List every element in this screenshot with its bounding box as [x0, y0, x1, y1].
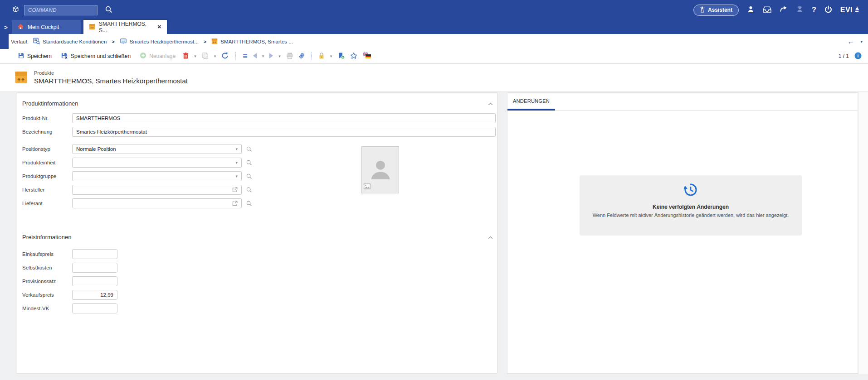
package-icon: [89, 23, 95, 31]
field-row-verkaufspreis: Verkaufspreis 12,99: [22, 290, 497, 300]
field-row-produkteinheit: Produkteinheit ▾: [22, 158, 497, 168]
breadcrumb-item-search[interactable]: Standardsuche Konditionen: [33, 38, 107, 45]
redo-icon[interactable]: [780, 6, 788, 14]
permissions-menu-caret-icon[interactable]: ▾: [328, 54, 335, 58]
new-record-button: Neuanlage: [136, 50, 180, 62]
star-icon: [350, 52, 357, 60]
duplicate-menu-caret-icon[interactable]: ▾: [212, 54, 219, 58]
back-icon[interactable]: ←: [847, 38, 854, 45]
section-produktinformationen: Produktinformationen: [22, 100, 493, 107]
provisionssatz-input[interactable]: [72, 276, 117, 286]
bezeichnung-input[interactable]: Smartes Heizkörperthermostat: [72, 127, 496, 137]
search-icon[interactable]: [105, 5, 112, 15]
power-icon[interactable]: [824, 5, 832, 15]
lighthouse-icon: [700, 6, 705, 14]
language-button[interactable]: [361, 51, 373, 62]
save-and-close-button[interactable]: Speichern und schließen: [57, 50, 135, 63]
tab-label: SMARTTHERMOS, S...: [99, 21, 154, 34]
chevron-down-icon[interactable]: ▾: [235, 160, 238, 165]
save-button[interactable]: Speichern: [14, 50, 56, 62]
chevron-down-icon[interactable]: ▾: [235, 147, 238, 151]
tab-divider: [507, 110, 858, 111]
close-icon[interactable]: ✕: [157, 24, 161, 30]
inbox-icon[interactable]: [763, 6, 771, 14]
open-record-icon[interactable]: [232, 187, 238, 192]
refresh-button[interactable]: [219, 50, 231, 63]
support-agent-icon[interactable]: [796, 5, 804, 15]
field-label: Selbstkosten: [22, 265, 72, 270]
tab-mein-cockpit[interactable]: Mein Cockpit: [12, 20, 81, 34]
changes-panel: ÄNDERUNGEN Keine verfolgten Änderungen W…: [507, 92, 858, 374]
refresh-icon: [221, 52, 229, 61]
expand-nav-icon[interactable]: >: [0, 24, 12, 34]
produktgruppe-select[interactable]: ▾: [72, 171, 242, 181]
command-input[interactable]: COMMAND: [24, 5, 98, 15]
hersteller-input[interactable]: [72, 185, 242, 195]
delete-button[interactable]: [180, 50, 191, 62]
add-bookmark-button[interactable]: [335, 50, 347, 63]
record-list-icon: [120, 38, 127, 45]
paperclip-icon: [297, 51, 306, 61]
save-close-icon: [61, 52, 68, 61]
collapse-section-icon[interactable]: [488, 100, 493, 107]
positionstyp-select[interactable]: Normale Position ▾: [72, 144, 242, 154]
home-icon: [17, 24, 24, 31]
user-icon[interactable]: [747, 5, 755, 15]
produktgruppe-lookup-icon[interactable]: [246, 173, 252, 179]
einkaufspreis-input[interactable]: [72, 249, 117, 259]
breadcrumb-label: Standardsuche Konditionen: [43, 39, 107, 44]
assistant-button[interactable]: Assistent: [693, 5, 739, 16]
pager-label: 1 / 1: [839, 53, 849, 59]
help-icon[interactable]: ?: [812, 6, 816, 14]
produkteinheit-lookup-icon[interactable]: [246, 159, 252, 166]
favorite-button[interactable]: [348, 50, 360, 62]
field-row-lieferant: Lieferant: [22, 198, 497, 208]
field-row-hersteller: Hersteller: [22, 185, 497, 195]
breadcrumb-label: Smartes Heizköperthermost...: [130, 39, 199, 44]
next-menu-caret-icon[interactable]: ▾: [276, 54, 283, 58]
selbstkosten-input[interactable]: [72, 263, 117, 273]
section-title: Produktinformationen: [22, 100, 78, 107]
previous-menu-caret-icon[interactable]: ▾: [260, 54, 267, 58]
mindest-vk-input[interactable]: [72, 303, 117, 313]
chevron-down-icon[interactable]: ▾: [235, 174, 238, 178]
breadcrumb-item-list[interactable]: Smartes Heizköperthermost...: [120, 38, 199, 45]
chevron-right-icon: >: [204, 39, 206, 44]
arrow-right-icon: [269, 53, 273, 60]
positionstyp-lookup-icon[interactable]: [246, 146, 252, 152]
collapse-section-icon[interactable]: [488, 234, 493, 241]
field-label: Hersteller: [22, 187, 72, 192]
changes-empty-state: Keine verfolgten Änderungen Wenn Feldwer…: [580, 175, 802, 236]
produkt-nr-input[interactable]: SMARTTHERMOS: [72, 113, 496, 123]
verkaufspreis-input[interactable]: 12,99: [72, 290, 117, 300]
hersteller-lookup-icon[interactable]: [246, 187, 252, 193]
list-view-button[interactable]: ≡: [240, 50, 250, 62]
empty-state-title: Keine verfolgten Änderungen: [580, 204, 802, 210]
product-photo-placeholder[interactable]: [361, 146, 399, 193]
attachment-button[interactable]: [297, 50, 307, 63]
save-icon: [18, 52, 24, 60]
tab-product-record[interactable]: SMARTTHERMOS, S... ✕: [83, 20, 167, 34]
open-record-icon[interactable]: [232, 201, 238, 206]
lieferant-lookup-icon[interactable]: [246, 200, 252, 207]
info-icon[interactable]: [854, 52, 862, 61]
breadcrumb-item-product[interactable]: SMARTTHERMOS, Smartes ...: [211, 38, 293, 45]
field-row-mindest-vk: Mindest-VK: [22, 303, 497, 313]
package-icon: [211, 38, 218, 45]
toolbar-separator: [311, 52, 312, 60]
chevron-right-icon: >: [112, 39, 114, 44]
permissions-button[interactable]: [316, 50, 327, 63]
produkteinheit-select[interactable]: ▾: [72, 158, 242, 168]
delete-menu-caret-icon[interactable]: ▾: [192, 54, 199, 58]
history-caret-icon[interactable]: ▾: [860, 39, 863, 44]
tab-aenderungen[interactable]: ÄNDERUNGEN: [507, 93, 555, 111]
person-silhouette-icon: [367, 156, 394, 184]
trash-icon: [183, 52, 189, 60]
empty-state-text: Wenn Feldwerte mit aktiver Änderungshist…: [580, 212, 802, 218]
field-row-einkaufspreis: Einkaufspreis: [22, 249, 497, 259]
lieferant-input[interactable]: [72, 198, 242, 208]
add-image-icon[interactable]: [364, 183, 371, 191]
section-title: Preisinformationen: [22, 234, 71, 241]
record-category: Produkte: [34, 70, 188, 76]
next-record-button: [267, 51, 275, 62]
